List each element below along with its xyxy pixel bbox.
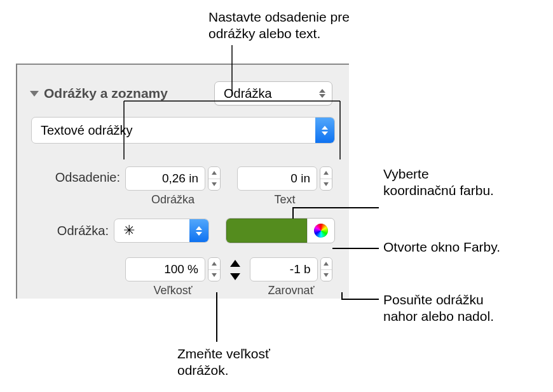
stepper-down-icon[interactable] — [320, 179, 332, 191]
size-field[interactable] — [125, 257, 221, 281]
color-wheel-icon — [314, 224, 328, 238]
bullet-char-label: Odrážka: — [31, 224, 109, 238]
align-input[interactable] — [250, 257, 318, 281]
leader-line — [341, 299, 379, 300]
bullet-char-select[interactable]: ✳ — [114, 219, 209, 243]
color-picker-button[interactable] — [307, 219, 334, 243]
callout-bracket — [124, 45, 340, 172]
stepper-up-icon[interactable] — [208, 258, 220, 269]
stepper-down-icon[interactable] — [321, 269, 332, 281]
align-stepper[interactable] — [320, 257, 332, 281]
leader-line — [341, 292, 343, 299]
text-indent-caption: Text — [237, 193, 332, 206]
size-stepper[interactable] — [208, 257, 221, 281]
leader-line — [216, 292, 217, 342]
leader-line — [332, 248, 379, 249]
indent-label: Odsadenie: — [31, 166, 120, 185]
select-arrow-icon — [189, 219, 208, 242]
align-field[interactable] — [250, 257, 332, 281]
callout-move-updown: Posuňte odrážku nahor alebo nadol. — [383, 292, 494, 325]
stepper-down-icon[interactable] — [208, 269, 220, 281]
leader-line — [292, 207, 379, 208]
callout-change-size: Zmeňte veľkosť odrážok. — [177, 346, 270, 379]
stepper-down-icon[interactable] — [208, 179, 220, 191]
color-well[interactable] — [226, 219, 307, 243]
size-caption: Veľkosť — [125, 284, 221, 297]
size-input[interactable] — [125, 257, 205, 281]
align-caption: Zarovnať — [250, 284, 332, 297]
leader-line — [292, 207, 294, 219]
callout-indent: Nastavte odsadenie pre odrážky alebo tex… — [208, 9, 350, 43]
bullet-color-control — [226, 218, 335, 243]
bullet-indent-caption: Odrážka — [125, 193, 221, 206]
stepper-up-icon[interactable] — [321, 258, 332, 269]
disclosure-triangle-icon[interactable] — [30, 91, 39, 97]
callout-coord-color: Vyberte koordinačnú farbu. — [383, 166, 494, 199]
callout-open-colors: Otvorte okno Farby. — [383, 239, 500, 255]
bullet-char-value: ✳ — [114, 222, 189, 239]
vertical-adjust-icon — [228, 260, 242, 280]
